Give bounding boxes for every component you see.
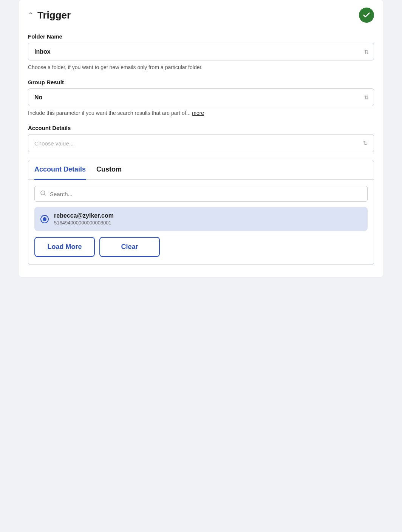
group-result-more-link[interactable]: more <box>192 110 204 116</box>
account-id: 516494000000000008001 <box>54 220 114 226</box>
svg-line-1 <box>44 194 45 195</box>
account-email: rebecca@zylker.com <box>54 212 114 219</box>
account-details-label: Account Details <box>28 125 374 131</box>
choose-value-chevron-icon: ⇅ <box>363 140 368 147</box>
trigger-header: ⌃ Trigger <box>28 8 374 23</box>
action-buttons: Load More Clear <box>34 237 368 257</box>
list-item[interactable]: rebecca@zylker.com 516494000000000008001 <box>34 207 368 231</box>
tab-account-details[interactable]: Account Details <box>34 160 86 180</box>
group-result-label: Group Result <box>28 79 374 85</box>
search-box <box>34 186 368 202</box>
search-icon <box>40 190 46 198</box>
group-result-select[interactable]: No Yes <box>28 88 374 106</box>
tabs-row: Account Details Custom <box>28 160 374 180</box>
collapse-icon[interactable]: ⌃ <box>28 11 34 19</box>
folder-name-field: Folder Name Inbox Sent Drafts Trash ⇅ Ch… <box>28 33 374 71</box>
folder-name-hint: Choose a folder, if you want to get new … <box>28 63 374 71</box>
tab-custom[interactable]: Custom <box>96 160 122 180</box>
account-info: rebecca@zylker.com 516494000000000008001 <box>54 212 114 226</box>
account-details-select-box[interactable]: Choose value... ⇅ <box>28 134 374 152</box>
trigger-panel: ⌃ Trigger Folder Name Inbox Sent Drafts … <box>19 0 383 277</box>
choose-value-placeholder: Choose value... <box>34 140 74 147</box>
dropdown-body: rebecca@zylker.com 516494000000000008001… <box>28 180 374 264</box>
folder-name-select-wrapper[interactable]: Inbox Sent Drafts Trash ⇅ <box>28 43 374 60</box>
trigger-title-group: ⌃ Trigger <box>28 9 71 21</box>
clear-button[interactable]: Clear <box>99 237 160 257</box>
done-check-icon <box>359 8 374 23</box>
trigger-title: Trigger <box>37 9 71 21</box>
account-details-field: Account Details Choose value... ⇅ <box>28 125 374 152</box>
folder-name-select[interactable]: Inbox Sent Drafts Trash <box>28 43 374 60</box>
radio-inner <box>43 217 46 221</box>
group-result-select-wrapper[interactable]: No Yes ⇅ <box>28 88 374 106</box>
radio-selected-icon <box>40 215 49 223</box>
group-result-hint: Include this parameter if you want the s… <box>28 109 374 117</box>
group-result-field: Group Result No Yes ⇅ Include this param… <box>28 79 374 117</box>
account-details-dropdown: Account Details Custom <box>28 160 374 265</box>
folder-name-label: Folder Name <box>28 33 374 40</box>
load-more-button[interactable]: Load More <box>34 237 95 257</box>
search-input[interactable] <box>50 191 362 197</box>
